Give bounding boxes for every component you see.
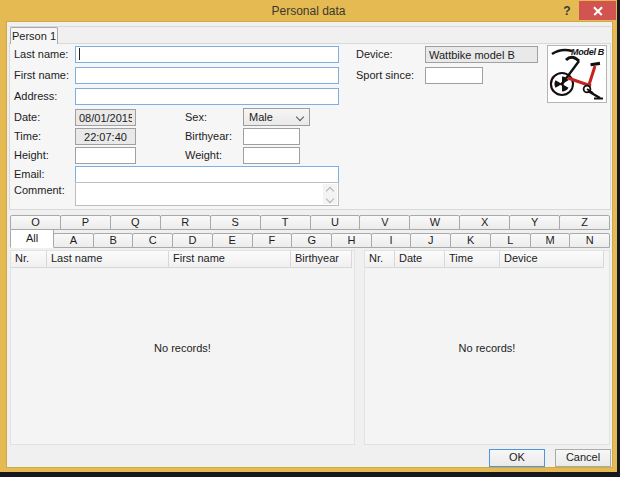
- sport-since-input[interactable]: [425, 67, 483, 84]
- letter-tab-t[interactable]: T: [260, 215, 311, 230]
- address-input[interactable]: [75, 88, 339, 105]
- comment-scrollbar[interactable]: [323, 184, 337, 204]
- letter-tab-g[interactable]: G: [291, 233, 332, 248]
- letter-tab-b[interactable]: B: [93, 233, 134, 248]
- date-label: Date:: [14, 111, 40, 123]
- sex-select[interactable]: Male: [243, 108, 310, 126]
- letter-tab-w[interactable]: W: [409, 215, 460, 230]
- column-header-time[interactable]: Time: [445, 251, 500, 268]
- letter-tab-v[interactable]: V: [359, 215, 410, 230]
- letter-tab-d[interactable]: D: [172, 233, 213, 248]
- letter-tab-u[interactable]: U: [310, 215, 361, 230]
- column-header-date[interactable]: Date: [395, 251, 445, 268]
- last-name-label: Last name:: [14, 48, 68, 60]
- weight-label: Weight:: [185, 149, 222, 161]
- scroll-down-icon[interactable]: [326, 195, 334, 203]
- personal-data-dialog: Personal data ? Person 1 Last name: Firs…: [0, 0, 617, 472]
- letter-tab-z[interactable]: Z: [559, 215, 610, 230]
- ok-button[interactable]: OK: [489, 449, 545, 467]
- letter-tab-x[interactable]: X: [459, 215, 510, 230]
- birthyear-input[interactable]: [243, 128, 300, 145]
- birthyear-label: Birthyear:: [185, 130, 232, 142]
- letter-tab-e[interactable]: E: [212, 233, 253, 248]
- record-table: Nr.DateTimeDevice No records!: [364, 250, 610, 445]
- weight-input[interactable]: [243, 147, 300, 164]
- time-label: Time:: [14, 130, 41, 142]
- letter-tab-q[interactable]: Q: [110, 215, 161, 230]
- letter-tab-k[interactable]: K: [450, 233, 491, 248]
- time-field[interactable]: [75, 128, 136, 145]
- cancel-button[interactable]: Cancel: [555, 449, 611, 467]
- letter-tab-all[interactable]: All: [10, 229, 54, 248]
- letter-tab-i[interactable]: I: [371, 233, 412, 248]
- column-header-last-name[interactable]: Last name: [47, 251, 169, 268]
- comment-label: Comment:: [14, 184, 65, 196]
- email-input[interactable]: [75, 166, 339, 183]
- tab-person-1[interactable]: Person 1: [10, 27, 58, 44]
- letter-tab-row-lower: AllABCDEFGHIJKLMN: [10, 229, 610, 248]
- column-header-device[interactable]: Device: [500, 251, 604, 268]
- person-table-header: Nr.Last nameFirst nameBirthyear: [11, 251, 354, 268]
- text-cursor: [79, 48, 80, 60]
- letter-tab-h[interactable]: H: [331, 233, 372, 248]
- column-header-nr[interactable]: Nr.: [365, 251, 395, 268]
- titlebar[interactable]: Personal data ?: [0, 0, 617, 22]
- chevron-down-icon: [296, 113, 304, 121]
- person-table-empty-text: No records!: [11, 342, 354, 354]
- window-title: Personal data: [0, 4, 617, 18]
- close-button[interactable]: [579, 1, 616, 20]
- help-button[interactable]: ?: [558, 2, 576, 20]
- sex-selected-value: Male: [249, 111, 273, 123]
- device-field[interactable]: [425, 46, 538, 63]
- letter-tab-m[interactable]: M: [530, 233, 571, 248]
- person-table: Nr.Last nameFirst nameBirthyear No recor…: [10, 250, 355, 445]
- first-name-input[interactable]: [75, 67, 339, 84]
- letter-tab-o[interactable]: O: [10, 215, 61, 230]
- comment-textarea[interactable]: [75, 182, 339, 206]
- column-header-birthyear[interactable]: Birthyear: [291, 251, 352, 268]
- letter-tab-l[interactable]: L: [490, 233, 531, 248]
- device-logo: Model B: [547, 45, 607, 103]
- letter-tab-p[interactable]: P: [60, 215, 111, 230]
- letter-tab-y[interactable]: Y: [509, 215, 560, 230]
- letter-tab-f[interactable]: F: [252, 233, 293, 248]
- letter-tab-j[interactable]: J: [410, 233, 451, 248]
- letter-tab-c[interactable]: C: [132, 233, 173, 248]
- column-header-nr[interactable]: Nr.: [11, 251, 47, 268]
- sport-since-label: Sport since:: [356, 69, 414, 81]
- letter-tab-row-upper: OPQRSTUVWXYZ: [10, 215, 610, 230]
- sex-label: Sex:: [185, 111, 207, 123]
- height-input[interactable]: [75, 147, 136, 164]
- height-label: Height:: [14, 149, 49, 161]
- tab-strip-line: [9, 26, 611, 27]
- email-label: Email:: [14, 168, 45, 180]
- record-table-empty-text: No records!: [365, 342, 609, 354]
- record-table-header: Nr.DateTimeDevice: [365, 251, 609, 268]
- column-header-first-name[interactable]: First name: [169, 251, 291, 268]
- letter-tab-s[interactable]: S: [210, 215, 261, 230]
- date-field[interactable]: [75, 109, 136, 126]
- address-label: Address:: [14, 90, 57, 102]
- logo-caption: Model B: [571, 47, 604, 57]
- screen: Personal data ? Person 1 Last name: Firs…: [0, 0, 620, 477]
- device-label: Device:: [356, 48, 393, 60]
- letter-tab-n[interactable]: N: [569, 233, 610, 248]
- first-name-label: First name:: [14, 69, 69, 81]
- last-name-input[interactable]: [75, 46, 339, 63]
- letter-tab-r[interactable]: R: [160, 215, 211, 230]
- letter-tab-a[interactable]: A: [53, 233, 94, 248]
